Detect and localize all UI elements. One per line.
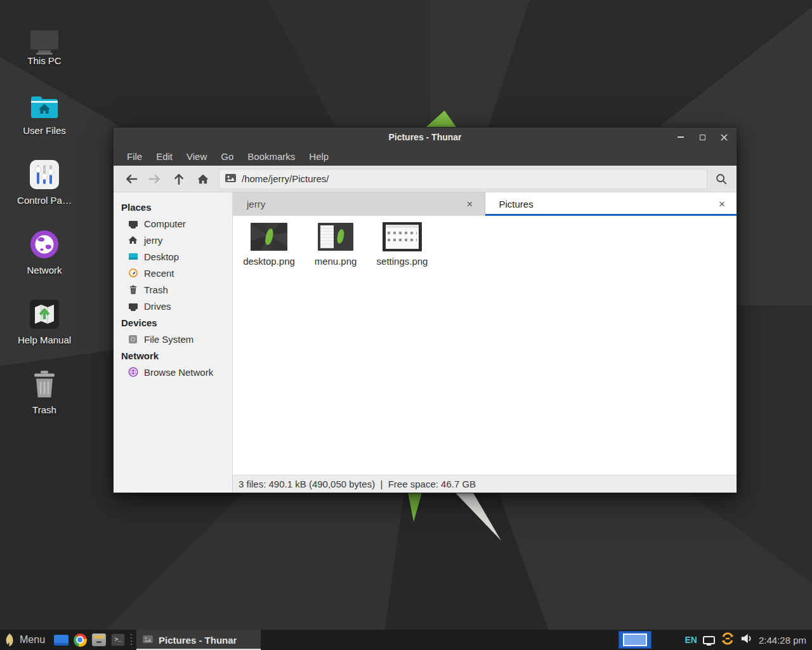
tab-pictures[interactable]: Pictures × — [485, 192, 737, 216]
show-desktop-button[interactable] — [51, 630, 70, 650]
computer-icon — [128, 218, 138, 229]
menu-help[interactable]: Help — [302, 151, 336, 162]
tab-close-icon[interactable]: × — [464, 197, 476, 211]
workspace-switcher[interactable] — [619, 631, 652, 649]
wallpaper-mint-logo-sliver — [406, 493, 422, 522]
sidebar-item-file-system[interactable]: File System — [114, 331, 232, 347]
forward-button[interactable] — [143, 168, 167, 190]
up-button[interactable] — [167, 168, 191, 190]
control-panel-icon — [30, 157, 59, 189]
drives-icon — [128, 301, 138, 312]
computer-icon — [30, 18, 58, 50]
taskbar-window-button[interactable]: Pictures - Thunar — [136, 630, 261, 650]
menu-bar: File Edit View Go Bookmarks Help — [114, 147, 737, 166]
hard-drive-icon — [128, 334, 138, 345]
toolbar: /home/jerry/Pictures/ — [114, 166, 737, 192]
terminal-icon: >_ — [111, 633, 125, 646]
sidebar-header-places: Places — [114, 199, 232, 215]
wallpaper-white-ray — [454, 493, 501, 542]
desktop-icon-trash[interactable]: Trash — [0, 367, 89, 437]
tab-close-icon[interactable]: × — [716, 197, 728, 211]
clock[interactable]: 2:44:28 pm — [759, 635, 806, 646]
desktop-icon-label: Help Manual — [18, 335, 71, 345]
network-globe-icon — [30, 227, 59, 259]
desktop-icon — [128, 251, 138, 262]
sidebar-item-trash[interactable]: Trash — [114, 281, 232, 298]
sidebar-header-network: Network — [114, 347, 232, 364]
desktop-icon-label: Network — [27, 265, 62, 275]
search-button[interactable] — [707, 168, 735, 190]
address-bar[interactable]: /home/jerry/Pictures/ — [219, 169, 707, 189]
menu-file[interactable]: File — [120, 151, 149, 162]
menu-edit[interactable]: Edit — [149, 151, 180, 162]
tab-jerry[interactable]: jerry × — [233, 192, 485, 216]
file-settings-png[interactable]: settings.png — [371, 222, 433, 267]
sidebar-item-home[interactable]: jerry — [114, 232, 232, 248]
home-button[interactable] — [191, 168, 215, 190]
display-icon[interactable] — [703, 636, 715, 644]
search-icon — [714, 172, 728, 186]
terminal-launcher[interactable]: >_ — [108, 630, 128, 650]
help-manual-icon — [30, 297, 59, 329]
menu-bookmarks[interactable]: Bookmarks — [240, 151, 302, 162]
maximize-button[interactable] — [696, 130, 709, 144]
desktop-icon-label: Control Pa… — [17, 195, 72, 206]
thunar-window: Pictures - Thunar File Edit View Go Book… — [113, 127, 737, 493]
sidebar-item-browse-network[interactable]: Browse Network — [114, 364, 232, 380]
menu-button[interactable]: Menu — [0, 630, 51, 650]
home-folder-icon — [30, 88, 59, 119]
chrome-launcher[interactable] — [70, 630, 89, 650]
close-button[interactable] — [717, 130, 730, 144]
taskbar: Menu >_ Pictures - Thunar EN — [0, 630, 812, 650]
sidebar-item-computer[interactable]: Computer — [114, 215, 232, 232]
desktop-icon-this-pc[interactable]: This PC — [0, 18, 89, 88]
system-tray: EN 2:44:28 pm — [684, 632, 812, 648]
desktop-icon-network[interactable]: Network — [0, 227, 89, 297]
file-cabinet-icon — [92, 633, 106, 646]
window-title: Pictures - Thunar — [388, 132, 461, 142]
desktop-icon-control-panel[interactable]: Control Pa… — [0, 157, 89, 227]
back-button[interactable] — [119, 168, 143, 190]
status-bar: 3 files: 490.1 kB (490,050 bytes) | Free… — [233, 475, 737, 493]
network-globe-icon — [128, 367, 138, 378]
chrome-icon — [74, 633, 87, 647]
desktop-icon-label: User Files — [23, 125, 66, 136]
home-icon — [128, 235, 138, 246]
mint-logo-icon — [5, 633, 14, 647]
keyboard-layout-indicator[interactable]: EN — [684, 635, 697, 645]
volume-icon[interactable] — [740, 633, 753, 647]
file-view[interactable]: desktop.png menu.png settings.png — [233, 216, 737, 475]
desktop-icon-user-files[interactable]: User Files — [0, 88, 89, 157]
window-titlebar: Pictures - Thunar — [114, 128, 737, 147]
tab-bar: jerry × Pictures × — [233, 192, 737, 216]
trash-icon — [128, 284, 138, 295]
image-thumbnail — [383, 222, 422, 252]
file-manager-launcher[interactable] — [89, 630, 108, 650]
update-manager-icon[interactable] — [721, 632, 735, 648]
wallpaper-mint-logo-tip — [426, 110, 456, 127]
trash-icon — [32, 367, 57, 399]
window-controls — [674, 128, 730, 147]
address-path: /home/jerry/Pictures/ — [242, 173, 329, 184]
desktop-wallpaper: This PC User Files — [0, 0, 812, 650]
desktop-icon-label: This PC — [27, 55, 61, 66]
sidebar-item-recent[interactable]: Recent — [114, 265, 232, 281]
clock-icon — [128, 268, 138, 279]
image-file-icon — [143, 634, 153, 646]
minimize-button[interactable] — [674, 130, 687, 144]
image-file-icon — [225, 173, 236, 185]
sidebar-item-drives[interactable]: Drives — [114, 298, 232, 314]
menu-label: Menu — [20, 634, 45, 646]
menu-view[interactable]: View — [180, 151, 214, 162]
desktop-icon-help-manual[interactable]: Help Manual — [0, 297, 89, 367]
menu-go[interactable]: Go — [214, 151, 240, 162]
file-menu-png[interactable]: menu.png — [304, 222, 367, 267]
panel-separator — [129, 632, 134, 648]
desktop-icon-label: Trash — [32, 404, 56, 415]
file-desktop-png[interactable]: desktop.png — [238, 222, 300, 267]
sidebar-header-devices: Devices — [114, 314, 232, 331]
image-thumbnail — [318, 222, 353, 252]
desktop-icon-column: This PC User Files — [0, 18, 89, 437]
side-pane: Places Computer jerry Desktop — [114, 192, 233, 493]
sidebar-item-desktop[interactable]: Desktop — [114, 248, 232, 265]
